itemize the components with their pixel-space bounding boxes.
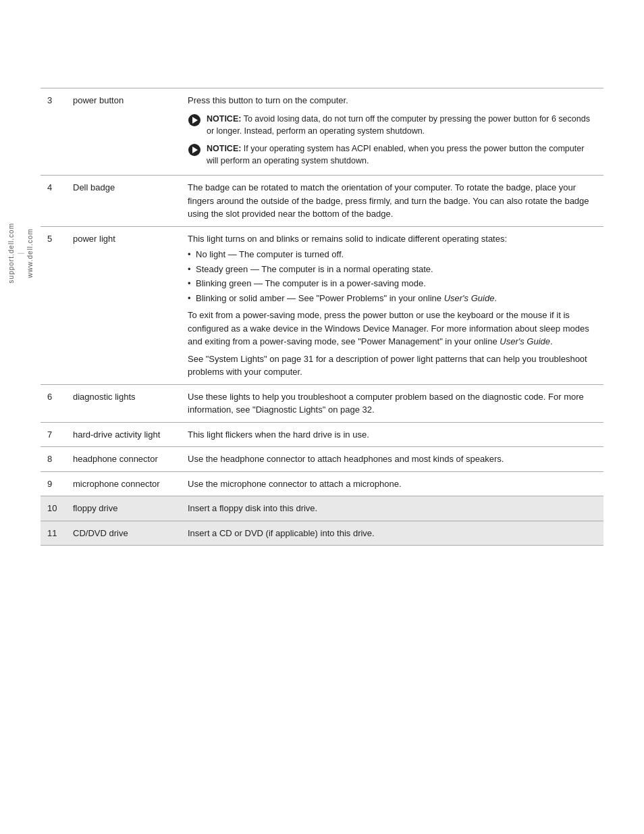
- row-name: floppy drive: [66, 496, 181, 521]
- row-number: 4: [41, 176, 66, 227]
- notice-block: NOTICE: If your operating system has ACP…: [188, 142, 597, 167]
- row-name: diagnostic lights: [66, 384, 181, 422]
- desc-text: Insert a floppy disk into this drive.: [188, 503, 317, 513]
- notice-text: NOTICE: To avoid losing data, do not tur…: [207, 113, 597, 137]
- notice-icon: [188, 113, 201, 127]
- row-description: Insert a floppy disk into this drive.: [181, 496, 603, 521]
- row-name: CD/DVD drive: [66, 521, 181, 546]
- table-row: 7hard-drive activity lightThis light fli…: [41, 422, 603, 447]
- side-text: support.dell.com | www.dell.com: [7, 223, 35, 283]
- desc-text: This light turns on and blinks or remain…: [188, 234, 507, 244]
- row-description: This light flickers when the hard drive …: [181, 422, 603, 447]
- bullet-item: Blinking green — The computer is in a po…: [188, 277, 597, 290]
- row-number: 9: [41, 471, 66, 496]
- row-name: hard-drive activity light: [66, 422, 181, 447]
- table-row: 5power lightThis light turns on and blin…: [41, 226, 603, 384]
- row-number: 10: [41, 496, 66, 521]
- table-row: 4Dell badgeThe badge can be rotated to m…: [41, 176, 603, 227]
- row-description: Use the microphone connector to attach a…: [181, 471, 603, 496]
- row-number: 6: [41, 384, 66, 422]
- desc-text: This light flickers when the hard drive …: [188, 429, 369, 440]
- reference-table: 3power buttonPress this button to turn o…: [41, 88, 603, 546]
- desc-text: Use the microphone connector to attach a…: [188, 479, 402, 489]
- side-text-line2: support.dell.com: [7, 223, 16, 283]
- row-number: 3: [41, 88, 66, 176]
- extra-paragraph: See "System Lights" on page 31 for a des…: [188, 353, 597, 379]
- main-content: 3power buttonPress this button to turn o…: [41, 88, 603, 586]
- row-description: This light turns on and blinks or remain…: [181, 226, 603, 384]
- desc-text: Press this button to turn on the compute…: [188, 95, 348, 105]
- table-row: 6diagnostic lightsUse these lights to he…: [41, 384, 603, 422]
- table-row: 3power buttonPress this button to turn o…: [41, 88, 603, 176]
- bullet-item: Blinking or solid amber — See "Power Pro…: [188, 292, 597, 305]
- table-row: 8headphone connectorUse the headphone co…: [41, 447, 603, 472]
- row-number: 5: [41, 226, 66, 384]
- row-number: 11: [41, 521, 66, 546]
- row-name: power light: [66, 226, 181, 384]
- bullet-item: No light — The computer is turned off.: [188, 248, 597, 261]
- table-row: 9microphone connectorUse the microphone …: [41, 471, 603, 496]
- row-name: power button: [66, 88, 181, 176]
- notice-block: NOTICE: To avoid losing data, do not tur…: [188, 113, 597, 137]
- extra-paragraph: To exit from a power-saving mode, press …: [188, 309, 597, 348]
- desc-text: Use these lights to help you troubleshoo…: [188, 392, 584, 415]
- row-description: Insert a CD or DVD (if applicable) into …: [181, 521, 603, 546]
- desc-text: Use the headphone connector to attach he…: [188, 454, 504, 464]
- table-row: 11CD/DVD driveInsert a CD or DVD (if app…: [41, 521, 603, 546]
- side-text-line1: www.dell.com: [26, 228, 35, 278]
- page-container: support.dell.com | www.dell.com 3power b…: [0, 88, 644, 834]
- bullet-item: Steady green — The computer is in a norm…: [188, 263, 597, 276]
- row-name: headphone connector: [66, 447, 181, 472]
- row-description: Use these lights to help you troubleshoo…: [181, 384, 603, 422]
- desc-text: Insert a CD or DVD (if applicable) into …: [188, 528, 375, 538]
- table-row: 10floppy driveInsert a floppy disk into …: [41, 496, 603, 521]
- notice-text: NOTICE: If your operating system has ACP…: [207, 142, 597, 167]
- desc-text: The badge can be rotated to match the or…: [188, 182, 589, 219]
- row-description: The badge can be rotated to match the or…: [181, 176, 603, 227]
- row-name: microphone connector: [66, 471, 181, 496]
- row-description: Use the headphone connector to attach he…: [181, 447, 603, 472]
- notice-icon: [188, 143, 201, 157]
- row-number: 7: [41, 422, 66, 447]
- row-number: 8: [41, 447, 66, 472]
- row-description: Press this button to turn on the compute…: [181, 88, 603, 176]
- row-name: Dell badge: [66, 176, 181, 227]
- bullet-list: No light — The computer is turned off.St…: [188, 248, 597, 305]
